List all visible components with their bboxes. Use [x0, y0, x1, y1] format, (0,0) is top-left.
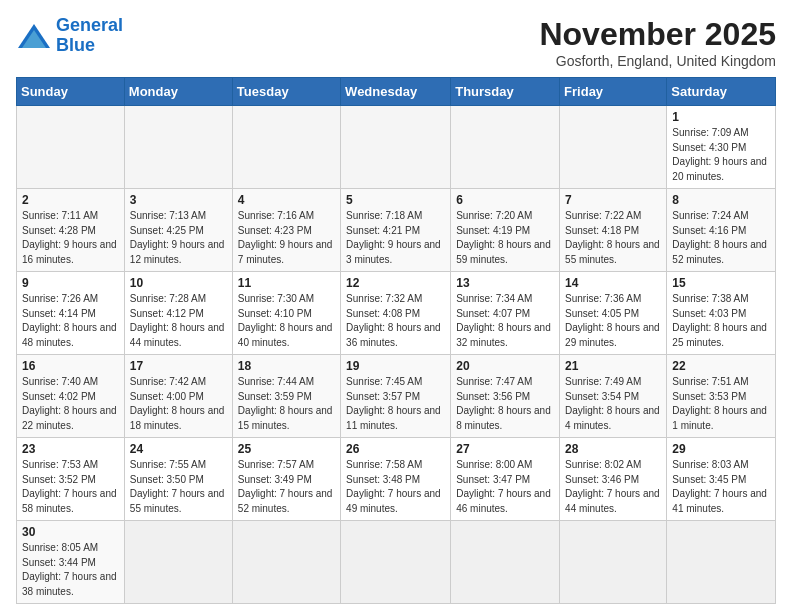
day-info: Sunrise: 7:45 AM Sunset: 3:57 PM Dayligh… [346, 375, 445, 433]
day-number: 19 [346, 359, 445, 373]
day-info: Sunrise: 7:22 AM Sunset: 4:18 PM Dayligh… [565, 209, 661, 267]
calendar-cell: 13Sunrise: 7:34 AM Sunset: 4:07 PM Dayli… [451, 272, 560, 355]
page-header: General Blue November 2025 Gosforth, Eng… [16, 16, 776, 69]
day-info: Sunrise: 7:32 AM Sunset: 4:08 PM Dayligh… [346, 292, 445, 350]
day-info: Sunrise: 7:42 AM Sunset: 4:00 PM Dayligh… [130, 375, 227, 433]
day-info: Sunrise: 7:51 AM Sunset: 3:53 PM Dayligh… [672, 375, 770, 433]
calendar-cell: 19Sunrise: 7:45 AM Sunset: 3:57 PM Dayli… [341, 355, 451, 438]
calendar-header-row: SundayMondayTuesdayWednesdayThursdayFrid… [17, 78, 776, 106]
day-info: Sunrise: 7:30 AM Sunset: 4:10 PM Dayligh… [238, 292, 335, 350]
calendar-cell: 18Sunrise: 7:44 AM Sunset: 3:59 PM Dayli… [232, 355, 340, 438]
calendar-week-1: 1Sunrise: 7:09 AM Sunset: 4:30 PM Daylig… [17, 106, 776, 189]
calendar-cell: 28Sunrise: 8:02 AM Sunset: 3:46 PM Dayli… [560, 438, 667, 521]
calendar-cell [232, 106, 340, 189]
day-info: Sunrise: 8:00 AM Sunset: 3:47 PM Dayligh… [456, 458, 554, 516]
day-info: Sunrise: 7:40 AM Sunset: 4:02 PM Dayligh… [22, 375, 119, 433]
day-info: Sunrise: 7:55 AM Sunset: 3:50 PM Dayligh… [130, 458, 227, 516]
logo-blue: Blue [56, 35, 95, 55]
calendar-cell: 27Sunrise: 8:00 AM Sunset: 3:47 PM Dayli… [451, 438, 560, 521]
calendar-cell [560, 106, 667, 189]
day-info: Sunrise: 8:05 AM Sunset: 3:44 PM Dayligh… [22, 541, 119, 599]
calendar-header-sunday: Sunday [17, 78, 125, 106]
day-info: Sunrise: 7:18 AM Sunset: 4:21 PM Dayligh… [346, 209, 445, 267]
day-number: 9 [22, 276, 119, 290]
calendar-cell: 20Sunrise: 7:47 AM Sunset: 3:56 PM Dayli… [451, 355, 560, 438]
calendar: SundayMondayTuesdayWednesdayThursdayFrid… [16, 77, 776, 604]
calendar-cell: 15Sunrise: 7:38 AM Sunset: 4:03 PM Dayli… [667, 272, 776, 355]
logo-general: General [56, 15, 123, 35]
calendar-cell: 24Sunrise: 7:55 AM Sunset: 3:50 PM Dayli… [124, 438, 232, 521]
day-number: 2 [22, 193, 119, 207]
day-info: Sunrise: 7:57 AM Sunset: 3:49 PM Dayligh… [238, 458, 335, 516]
calendar-cell: 10Sunrise: 7:28 AM Sunset: 4:12 PM Dayli… [124, 272, 232, 355]
day-info: Sunrise: 7:09 AM Sunset: 4:30 PM Dayligh… [672, 126, 770, 184]
calendar-cell [451, 521, 560, 604]
calendar-cell: 22Sunrise: 7:51 AM Sunset: 3:53 PM Dayli… [667, 355, 776, 438]
calendar-cell: 3Sunrise: 7:13 AM Sunset: 4:25 PM Daylig… [124, 189, 232, 272]
day-info: Sunrise: 7:44 AM Sunset: 3:59 PM Dayligh… [238, 375, 335, 433]
logo-icon [16, 22, 52, 50]
day-number: 13 [456, 276, 554, 290]
calendar-cell: 4Sunrise: 7:16 AM Sunset: 4:23 PM Daylig… [232, 189, 340, 272]
day-number: 25 [238, 442, 335, 456]
day-info: Sunrise: 7:47 AM Sunset: 3:56 PM Dayligh… [456, 375, 554, 433]
calendar-cell: 1Sunrise: 7:09 AM Sunset: 4:30 PM Daylig… [667, 106, 776, 189]
calendar-cell: 11Sunrise: 7:30 AM Sunset: 4:10 PM Dayli… [232, 272, 340, 355]
day-info: Sunrise: 7:16 AM Sunset: 4:23 PM Dayligh… [238, 209, 335, 267]
day-info: Sunrise: 7:28 AM Sunset: 4:12 PM Dayligh… [130, 292, 227, 350]
title-block: November 2025 Gosforth, England, United … [539, 16, 776, 69]
day-number: 16 [22, 359, 119, 373]
day-info: Sunrise: 8:03 AM Sunset: 3:45 PM Dayligh… [672, 458, 770, 516]
calendar-cell: 5Sunrise: 7:18 AM Sunset: 4:21 PM Daylig… [341, 189, 451, 272]
calendar-cell: 6Sunrise: 7:20 AM Sunset: 4:19 PM Daylig… [451, 189, 560, 272]
calendar-cell: 21Sunrise: 7:49 AM Sunset: 3:54 PM Dayli… [560, 355, 667, 438]
calendar-cell [17, 106, 125, 189]
day-info: Sunrise: 7:36 AM Sunset: 4:05 PM Dayligh… [565, 292, 661, 350]
calendar-cell: 17Sunrise: 7:42 AM Sunset: 4:00 PM Dayli… [124, 355, 232, 438]
calendar-cell [341, 521, 451, 604]
logo: General Blue [16, 16, 123, 56]
day-number: 5 [346, 193, 445, 207]
day-info: Sunrise: 7:58 AM Sunset: 3:48 PM Dayligh… [346, 458, 445, 516]
calendar-cell: 2Sunrise: 7:11 AM Sunset: 4:28 PM Daylig… [17, 189, 125, 272]
day-info: Sunrise: 8:02 AM Sunset: 3:46 PM Dayligh… [565, 458, 661, 516]
day-info: Sunrise: 7:13 AM Sunset: 4:25 PM Dayligh… [130, 209, 227, 267]
day-number: 6 [456, 193, 554, 207]
calendar-cell: 14Sunrise: 7:36 AM Sunset: 4:05 PM Dayli… [560, 272, 667, 355]
day-number: 23 [22, 442, 119, 456]
day-number: 10 [130, 276, 227, 290]
calendar-cell [560, 521, 667, 604]
day-info: Sunrise: 7:20 AM Sunset: 4:19 PM Dayligh… [456, 209, 554, 267]
day-number: 15 [672, 276, 770, 290]
day-number: 7 [565, 193, 661, 207]
day-number: 18 [238, 359, 335, 373]
calendar-cell: 8Sunrise: 7:24 AM Sunset: 4:16 PM Daylig… [667, 189, 776, 272]
day-number: 8 [672, 193, 770, 207]
calendar-week-6: 30Sunrise: 8:05 AM Sunset: 3:44 PM Dayli… [17, 521, 776, 604]
day-number: 1 [672, 110, 770, 124]
calendar-cell [341, 106, 451, 189]
calendar-week-4: 16Sunrise: 7:40 AM Sunset: 4:02 PM Dayli… [17, 355, 776, 438]
calendar-cell: 12Sunrise: 7:32 AM Sunset: 4:08 PM Dayli… [341, 272, 451, 355]
calendar-cell: 25Sunrise: 7:57 AM Sunset: 3:49 PM Dayli… [232, 438, 340, 521]
calendar-header-monday: Monday [124, 78, 232, 106]
calendar-header-thursday: Thursday [451, 78, 560, 106]
calendar-week-5: 23Sunrise: 7:53 AM Sunset: 3:52 PM Dayli… [17, 438, 776, 521]
calendar-cell: 9Sunrise: 7:26 AM Sunset: 4:14 PM Daylig… [17, 272, 125, 355]
day-number: 17 [130, 359, 227, 373]
day-info: Sunrise: 7:53 AM Sunset: 3:52 PM Dayligh… [22, 458, 119, 516]
day-info: Sunrise: 7:11 AM Sunset: 4:28 PM Dayligh… [22, 209, 119, 267]
calendar-cell: 23Sunrise: 7:53 AM Sunset: 3:52 PM Dayli… [17, 438, 125, 521]
day-info: Sunrise: 7:24 AM Sunset: 4:16 PM Dayligh… [672, 209, 770, 267]
calendar-cell: 7Sunrise: 7:22 AM Sunset: 4:18 PM Daylig… [560, 189, 667, 272]
day-number: 24 [130, 442, 227, 456]
day-number: 30 [22, 525, 119, 539]
calendar-header-tuesday: Tuesday [232, 78, 340, 106]
day-info: Sunrise: 7:26 AM Sunset: 4:14 PM Dayligh… [22, 292, 119, 350]
day-number: 26 [346, 442, 445, 456]
day-info: Sunrise: 7:38 AM Sunset: 4:03 PM Dayligh… [672, 292, 770, 350]
day-number: 21 [565, 359, 661, 373]
calendar-cell [232, 521, 340, 604]
calendar-cell [124, 106, 232, 189]
day-info: Sunrise: 7:49 AM Sunset: 3:54 PM Dayligh… [565, 375, 661, 433]
